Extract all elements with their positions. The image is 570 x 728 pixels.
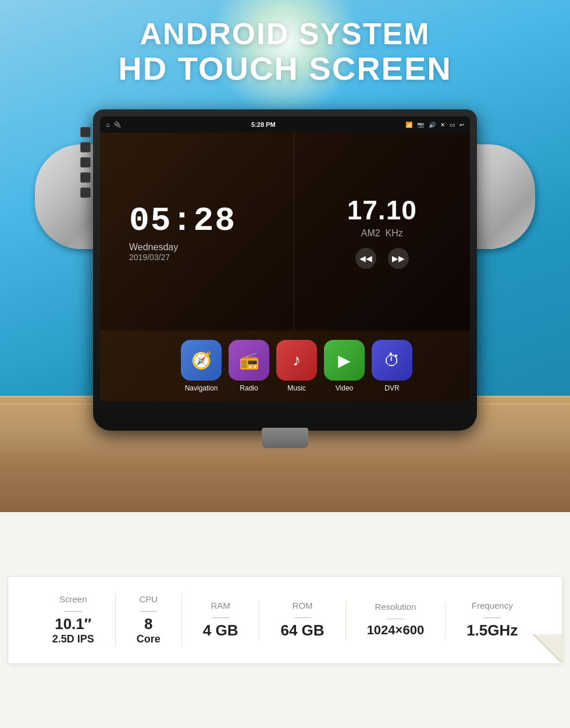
spec-screen-label: Screen: [59, 594, 87, 604]
status-left: ⌂ 🔌: [106, 121, 122, 129]
status-right: 📶 📷 🔊 ✕ ▭ ↩: [405, 122, 464, 128]
spec-ram-label: RAM: [211, 601, 230, 610]
close-icon: ✕: [440, 122, 445, 128]
spec-resolution: Resolution 1024×600: [346, 602, 446, 638]
back-button[interactable]: [80, 157, 91, 168]
button-strip: [80, 127, 91, 198]
spec-ram-value: 4 GB: [203, 622, 238, 640]
volume-icon: 🔊: [429, 122, 436, 128]
window-icon: ▭: [450, 122, 455, 128]
app-music[interactable]: ♪ Music: [276, 340, 317, 392]
spec-rom-value: 64 GB: [280, 622, 324, 640]
app-radio[interactable]: 📻 Radio: [229, 340, 269, 392]
spec-resolution-label: Resolution: [375, 602, 416, 612]
back-icon: ↩: [459, 122, 464, 128]
app-navigation[interactable]: 🧭 Navigation: [181, 340, 222, 392]
headline-line2: HD TOUCH SCREEN: [118, 50, 451, 87]
screen-main-content: 05:28 Wednesday 2019/03/27 17.10 AM2 KHz…: [100, 133, 470, 331]
usb-icon: 🔌: [113, 121, 122, 129]
vol-down-button[interactable]: [80, 187, 91, 198]
music-icon: ♪: [276, 340, 317, 381]
spec-rom-divider: [294, 617, 311, 618]
spec-rom: ROM 64 GB: [259, 601, 345, 640]
spec-frequency-value: 1.5GHz: [466, 622, 518, 640]
hero-headline: ANDROID SYSTEM HD TOUCH SCREEN: [0, 17, 570, 87]
spec-rom-label: ROM: [293, 601, 313, 610]
spec-cpu: CPU 8 Core: [116, 594, 182, 646]
navigation-icon: 🧭: [181, 340, 222, 381]
spec-resolution-value: 1024×600: [367, 623, 425, 638]
spec-frequency-label: Frequency: [472, 601, 513, 610]
home-button[interactable]: [80, 142, 91, 152]
radio-icon: 📻: [229, 340, 269, 381]
vol-up-button[interactable]: [80, 172, 91, 183]
device-wrapper: ⌂ 🔌 5:28 PM 📶 📷 🔊 ✕ ▭ ↩: [93, 109, 477, 431]
spec-ram: RAM 4 GB: [182, 601, 260, 640]
clock-day: Wednesday: [129, 242, 282, 253]
spec-screen-divider: [65, 611, 82, 612]
clock-time: 05:28: [129, 202, 282, 240]
status-time: 5:28 PM: [251, 121, 276, 128]
spec-screen: Screen 10.1″ 2.5D IPS: [31, 594, 116, 646]
radio-prev-button[interactable]: ◀◀: [355, 248, 376, 269]
spec-cpu-value: 8 Core: [137, 615, 161, 646]
power-button[interactable]: [80, 127, 91, 137]
specs-card: Screen 10.1″ 2.5D IPS CPU 8 Core RAM 4 G…: [8, 576, 563, 664]
headline-line1: ANDROID SYSTEM: [140, 17, 430, 51]
spec-resolution-divider: [387, 619, 404, 619]
radio-band: AM2 KHz: [361, 228, 403, 239]
dvr-icon: ⏱: [372, 340, 412, 381]
app-navigation-label: Navigation: [185, 384, 218, 392]
screen: ⌂ 🔌 5:28 PM 📶 📷 🔊 ✕ ▭ ↩: [100, 116, 470, 402]
app-dvr-label: DVR: [384, 384, 399, 392]
app-radio-label: Radio: [240, 384, 258, 392]
camera-icon: 📷: [417, 122, 424, 128]
specs-section: Screen 10.1″ 2.5D IPS CPU 8 Core RAM 4 G…: [0, 512, 570, 728]
spec-frequency: Frequency 1.5GHz: [446, 601, 539, 640]
spec-cpu-label: CPU: [139, 594, 158, 604]
clock-date: 2019/03/27: [129, 253, 282, 262]
spec-screen-value: 10.1″ 2.5D IPS: [52, 615, 94, 646]
app-dvr[interactable]: ⏱ DVR: [372, 340, 412, 392]
video-icon: ▶: [324, 340, 365, 381]
spec-cpu-divider: [140, 611, 157, 612]
app-grid: 🧭 Navigation 📻 Radio ♪ Music ▶ Video: [100, 331, 470, 402]
app-video-label: Video: [336, 384, 353, 392]
app-music-label: Music: [287, 384, 305, 392]
menu-icon: ⌂: [106, 121, 110, 128]
device-body: ⌂ 🔌 5:28 PM 📶 📷 🔊 ✕ ▭ ↩: [93, 109, 477, 431]
app-video[interactable]: ▶ Video: [324, 340, 365, 392]
radio-controls: ◀◀ ▶▶: [355, 248, 409, 269]
hero-section: ANDROID SYSTEM HD TOUCH SCREEN ⌂ 🔌: [0, 0, 570, 512]
spec-frequency-divider: [483, 617, 501, 618]
radio-panel: 17.10 AM2 KHz ◀◀ ▶▶: [294, 133, 471, 331]
spec-ram-divider: [212, 617, 229, 618]
device-connector: [262, 428, 308, 448]
radio-frequency: 17.10: [347, 194, 417, 226]
wifi-icon: 📶: [405, 122, 412, 128]
clock-panel: 05:28 Wednesday 2019/03/27: [100, 133, 294, 331]
status-bar: ⌂ 🔌 5:28 PM 📶 📷 🔊 ✕ ▭ ↩: [100, 116, 470, 133]
radio-next-button[interactable]: ▶▶: [388, 248, 409, 269]
